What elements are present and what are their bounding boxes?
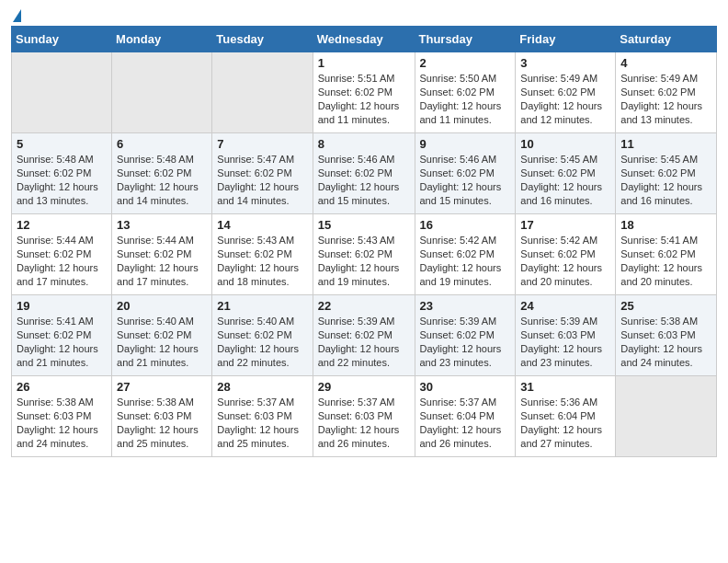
day-number: 19 bbox=[17, 299, 107, 313]
calendar-cell: 21Sunrise: 5:40 AM Sunset: 6:02 PM Dayli… bbox=[212, 295, 313, 376]
calendar-cell: 27Sunrise: 5:38 AM Sunset: 6:03 PM Dayli… bbox=[112, 376, 212, 457]
day-info: Sunrise: 5:37 AM Sunset: 6:03 PM Dayligh… bbox=[217, 396, 307, 450]
day-info: Sunrise: 5:42 AM Sunset: 6:02 PM Dayligh… bbox=[420, 234, 511, 288]
calendar-cell: 12Sunrise: 5:44 AM Sunset: 6:02 PM Dayli… bbox=[12, 214, 112, 295]
calendar-cell: 26Sunrise: 5:38 AM Sunset: 6:03 PM Dayli… bbox=[12, 376, 112, 457]
day-number: 29 bbox=[318, 380, 410, 394]
calendar-cell: 17Sunrise: 5:42 AM Sunset: 6:02 PM Dayli… bbox=[516, 214, 616, 295]
day-number: 20 bbox=[117, 299, 207, 313]
day-number: 24 bbox=[520, 299, 610, 313]
calendar-cell bbox=[12, 52, 112, 133]
logo bbox=[11, 9, 21, 18]
column-header-wednesday: Wednesday bbox=[313, 27, 415, 52]
calendar-cell: 20Sunrise: 5:40 AM Sunset: 6:02 PM Dayli… bbox=[112, 295, 212, 376]
calendar-cell: 15Sunrise: 5:43 AM Sunset: 6:02 PM Dayli… bbox=[313, 214, 415, 295]
day-info: Sunrise: 5:42 AM Sunset: 6:02 PM Dayligh… bbox=[520, 234, 610, 288]
day-number: 2 bbox=[420, 56, 511, 70]
calendar-cell bbox=[112, 52, 212, 133]
day-info: Sunrise: 5:47 AM Sunset: 6:02 PM Dayligh… bbox=[217, 153, 307, 207]
column-header-thursday: Thursday bbox=[415, 27, 516, 52]
calendar-cell: 2Sunrise: 5:50 AM Sunset: 6:02 PM Daylig… bbox=[415, 52, 516, 133]
calendar-cell: 18Sunrise: 5:41 AM Sunset: 6:02 PM Dayli… bbox=[616, 214, 717, 295]
day-info: Sunrise: 5:44 AM Sunset: 6:02 PM Dayligh… bbox=[117, 234, 207, 288]
day-number: 15 bbox=[318, 218, 410, 232]
day-info: Sunrise: 5:51 AM Sunset: 6:02 PM Dayligh… bbox=[318, 72, 410, 126]
calendar-cell: 13Sunrise: 5:44 AM Sunset: 6:02 PM Dayli… bbox=[112, 214, 212, 295]
calendar-cell: 5Sunrise: 5:48 AM Sunset: 6:02 PM Daylig… bbox=[12, 133, 112, 214]
day-number: 26 bbox=[17, 380, 107, 394]
calendar-cell: 9Sunrise: 5:46 AM Sunset: 6:02 PM Daylig… bbox=[415, 133, 516, 214]
calendar-cell bbox=[212, 52, 313, 133]
calendar-cell: 11Sunrise: 5:45 AM Sunset: 6:02 PM Dayli… bbox=[616, 133, 717, 214]
calendar-cell: 24Sunrise: 5:39 AM Sunset: 6:03 PM Dayli… bbox=[516, 295, 616, 376]
calendar-week-row: 26Sunrise: 5:38 AM Sunset: 6:03 PM Dayli… bbox=[12, 376, 717, 457]
day-number: 7 bbox=[217, 137, 307, 151]
calendar-week-row: 1Sunrise: 5:51 AM Sunset: 6:02 PM Daylig… bbox=[12, 52, 717, 133]
column-header-friday: Friday bbox=[516, 27, 616, 52]
day-number: 3 bbox=[520, 56, 610, 70]
day-info: Sunrise: 5:38 AM Sunset: 6:03 PM Dayligh… bbox=[17, 396, 107, 450]
day-number: 11 bbox=[620, 137, 711, 151]
column-header-saturday: Saturday bbox=[616, 27, 717, 52]
day-number: 27 bbox=[117, 380, 207, 394]
calendar-cell: 1Sunrise: 5:51 AM Sunset: 6:02 PM Daylig… bbox=[313, 52, 415, 133]
day-info: Sunrise: 5:38 AM Sunset: 6:03 PM Dayligh… bbox=[117, 396, 207, 450]
day-number: 21 bbox=[217, 299, 307, 313]
day-number: 28 bbox=[217, 380, 307, 394]
day-number: 1 bbox=[318, 56, 410, 70]
day-info: Sunrise: 5:36 AM Sunset: 6:04 PM Dayligh… bbox=[520, 396, 610, 450]
calendar-cell: 14Sunrise: 5:43 AM Sunset: 6:02 PM Dayli… bbox=[212, 214, 313, 295]
calendar-cell: 30Sunrise: 5:37 AM Sunset: 6:04 PM Dayli… bbox=[415, 376, 516, 457]
day-info: Sunrise: 5:41 AM Sunset: 6:02 PM Dayligh… bbox=[620, 234, 711, 288]
calendar-cell: 8Sunrise: 5:46 AM Sunset: 6:02 PM Daylig… bbox=[313, 133, 415, 214]
day-info: Sunrise: 5:48 AM Sunset: 6:02 PM Dayligh… bbox=[17, 153, 107, 207]
day-number: 18 bbox=[620, 218, 711, 232]
day-info: Sunrise: 5:43 AM Sunset: 6:02 PM Dayligh… bbox=[318, 234, 410, 288]
column-header-monday: Monday bbox=[112, 27, 212, 52]
day-info: Sunrise: 5:46 AM Sunset: 6:02 PM Dayligh… bbox=[318, 153, 410, 207]
calendar-cell: 10Sunrise: 5:45 AM Sunset: 6:02 PM Dayli… bbox=[516, 133, 616, 214]
day-info: Sunrise: 5:48 AM Sunset: 6:02 PM Dayligh… bbox=[117, 153, 207, 207]
day-info: Sunrise: 5:45 AM Sunset: 6:02 PM Dayligh… bbox=[620, 153, 711, 207]
day-number: 23 bbox=[420, 299, 511, 313]
calendar-cell bbox=[616, 376, 717, 457]
day-number: 31 bbox=[520, 380, 610, 394]
day-number: 14 bbox=[217, 218, 307, 232]
calendar-cell: 25Sunrise: 5:38 AM Sunset: 6:03 PM Dayli… bbox=[616, 295, 717, 376]
day-number: 4 bbox=[620, 56, 711, 70]
day-number: 13 bbox=[117, 218, 207, 232]
calendar-cell: 28Sunrise: 5:37 AM Sunset: 6:03 PM Dayli… bbox=[212, 376, 313, 457]
calendar-cell: 6Sunrise: 5:48 AM Sunset: 6:02 PM Daylig… bbox=[112, 133, 212, 214]
calendar-cell: 19Sunrise: 5:41 AM Sunset: 6:02 PM Dayli… bbox=[12, 295, 112, 376]
day-info: Sunrise: 5:46 AM Sunset: 6:02 PM Dayligh… bbox=[420, 153, 511, 207]
calendar-cell: 7Sunrise: 5:47 AM Sunset: 6:02 PM Daylig… bbox=[212, 133, 313, 214]
calendar-cell: 4Sunrise: 5:49 AM Sunset: 6:02 PM Daylig… bbox=[616, 52, 717, 133]
calendar-cell: 16Sunrise: 5:42 AM Sunset: 6:02 PM Dayli… bbox=[415, 214, 516, 295]
day-number: 22 bbox=[318, 299, 410, 313]
day-number: 25 bbox=[620, 299, 711, 313]
day-number: 12 bbox=[17, 218, 107, 232]
column-header-sunday: Sunday bbox=[12, 27, 112, 52]
day-info: Sunrise: 5:43 AM Sunset: 6:02 PM Dayligh… bbox=[217, 234, 307, 288]
calendar-cell: 22Sunrise: 5:39 AM Sunset: 6:02 PM Dayli… bbox=[313, 295, 415, 376]
day-info: Sunrise: 5:40 AM Sunset: 6:02 PM Dayligh… bbox=[117, 315, 207, 369]
calendar-week-row: 19Sunrise: 5:41 AM Sunset: 6:02 PM Dayli… bbox=[12, 295, 717, 376]
calendar-table: SundayMondayTuesdayWednesdayThursdayFrid… bbox=[11, 26, 717, 457]
day-info: Sunrise: 5:39 AM Sunset: 6:03 PM Dayligh… bbox=[520, 315, 610, 369]
day-number: 17 bbox=[520, 218, 610, 232]
day-number: 8 bbox=[318, 137, 410, 151]
day-number: 30 bbox=[420, 380, 511, 394]
column-header-tuesday: Tuesday bbox=[212, 27, 313, 52]
calendar-cell: 31Sunrise: 5:36 AM Sunset: 6:04 PM Dayli… bbox=[516, 376, 616, 457]
calendar-cell: 23Sunrise: 5:39 AM Sunset: 6:02 PM Dayli… bbox=[415, 295, 516, 376]
day-number: 9 bbox=[420, 137, 511, 151]
day-info: Sunrise: 5:39 AM Sunset: 6:02 PM Dayligh… bbox=[420, 315, 511, 369]
day-number: 5 bbox=[17, 137, 107, 151]
day-number: 10 bbox=[520, 137, 610, 151]
day-info: Sunrise: 5:45 AM Sunset: 6:02 PM Dayligh… bbox=[520, 153, 610, 207]
calendar-header-row: SundayMondayTuesdayWednesdayThursdayFrid… bbox=[12, 27, 717, 52]
page-container: SundayMondayTuesdayWednesdayThursdayFrid… bbox=[0, 0, 728, 465]
day-info: Sunrise: 5:37 AM Sunset: 6:03 PM Dayligh… bbox=[318, 396, 410, 450]
day-info: Sunrise: 5:38 AM Sunset: 6:03 PM Dayligh… bbox=[620, 315, 711, 369]
page-header bbox=[11, 9, 717, 18]
